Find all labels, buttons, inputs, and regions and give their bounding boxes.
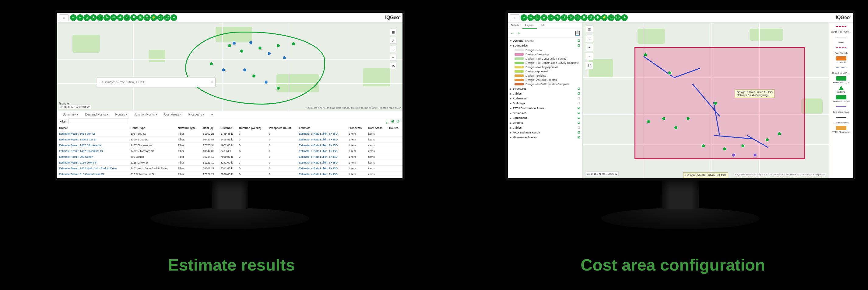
export-icon[interactable]: ⭳ [385,119,389,124]
results-tab-4[interactable]: Cost Areas × [161,112,185,117]
results-tab-3[interactable]: Junction Points × [131,112,160,117]
toolbar-icon-4[interactable]: ○ [97,14,103,21]
results-tab-1[interactable]: Demand Points × [82,112,112,117]
toolbar-icon-13[interactable]: ⛶ [157,14,164,21]
layer-group[interactable]: Boundaries☑ [509,43,581,48]
map-mini-btn-3[interactable]: − [586,53,593,60]
col-header[interactable]: Object [57,125,129,131]
toolbar-icon-12[interactable]: ⚡ [601,14,608,21]
add-tab-icon[interactable]: + [208,112,216,117]
layer-item[interactable]: Design - Pre-Construction Survey [509,57,581,61]
toolbar-icon-0[interactable]: ← [521,14,527,21]
layer-item[interactable]: Design - As-Built Updates [509,78,581,82]
layer-group-collapsed[interactable]: Structures☑ [509,111,581,115]
map-expand-button[interactable]: ⤢ [390,37,396,44]
zoom-to-icon[interactable]: ⊕ [391,119,395,124]
layer-group-collapsed[interactable]: Structures☑ [509,86,581,91]
save-icon[interactable]: 💾 [575,31,580,36]
layer-item[interactable]: Design - As-Built Updates Complete [509,82,581,86]
layer-item[interactable]: Design - Pre-Construction Survey Complet… [509,61,581,65]
toolbar-icon-2[interactable]: ⌂ [534,14,541,21]
layer-group[interactable]: Designs300082☑ [509,38,581,43]
col-header[interactable]: Prospects Count [267,125,297,131]
map-search-box[interactable]: ⌕ Estimate: e-Rate Lufkin, TX ISD × [97,77,216,87]
results-tab-2[interactable]: Routes × [112,112,130,117]
toolbar-icon-2[interactable]: ⌂ [84,14,90,21]
map-layers-button[interactable]: ▦ [390,29,396,35]
toolbar-icon-8[interactable]: < [124,14,130,21]
tab-help[interactable]: Help [537,23,549,29]
layer-group-collapsed[interactable]: Cables☐ [509,125,581,130]
map-mini-btn-2[interactable]: + [586,44,593,51]
table-row[interactable]: Estimate Result: 2115 Lowry St2115 Lowry… [57,160,402,166]
tab-layers[interactable]: Layers [522,23,537,29]
toolbar-icon-4[interactable]: ○ [548,14,554,21]
table-row[interactable]: Estimate Result: 1407 N Medford Dr1407 N… [57,148,402,154]
map-mini-btn-0[interactable]: ◫ [586,26,593,33]
toolbar-icon-5[interactable]: ✎ [103,14,110,21]
tab-details[interactable]: Details [508,23,522,29]
toolbar-icon-14[interactable]: ⓘ [164,14,170,21]
toolbar-icon-8[interactable]: < [574,14,581,21]
col-header[interactable]: Duration (weeks) [237,125,267,131]
layer-item[interactable]: Design - Approved [509,69,581,74]
toolbar-icon-9[interactable]: ⚑ [581,14,588,21]
map-mini-btn-1[interactable]: ⌕ [586,35,593,42]
layer-group-collapsed[interactable]: NRO Estimate Result☑ [509,130,581,135]
toolbar-icon-10[interactable]: ⎘ [588,14,594,21]
map-canvas[interactable]: ▦ ⤢ + − 15 ⌕ Estimate: e-Rate Lufkin, TX… [57,23,402,111]
toolbar-icon-3[interactable]: ★ [90,14,97,21]
map-zoom-in[interactable]: + [390,46,396,52]
col-header[interactable]: Routes [387,125,402,131]
table-row[interactable]: Estimate Result: 613 Culverhouse St613 C… [57,172,402,177]
col-header[interactable]: Distance [219,125,237,131]
layer-item[interactable]: Design - Designing [509,52,581,57]
toolbar-icon-5[interactable]: ✎ [554,14,561,21]
toolbar-icon-15[interactable]: ✦ [621,14,628,21]
layer-item[interactable]: Design - Awaiting Approval [509,65,581,69]
table-row[interactable]: Estimate Result: 1407 Ellis Avenue1407 E… [57,143,402,148]
table-row[interactable]: Estimate Result: 200 Cotton200 CottonFib… [57,154,402,160]
toolbar-icon-9[interactable]: ⚑ [130,14,137,21]
back-icon[interactable]: ← [510,31,515,36]
layer-group-collapsed[interactable]: Cables☑ [509,91,581,96]
toolbar-icon-12[interactable]: ⚡ [150,14,157,21]
layer-group-collapsed[interactable]: Circuits☑ [509,120,581,125]
refresh-icon[interactable]: ⟳ [396,119,400,124]
col-header[interactable]: Route Type [129,125,176,131]
toolbar-icon-1[interactable]: → [77,14,84,21]
search-toggle[interactable]: ⌕ [510,14,519,21]
layer-item[interactable]: Design - Building [509,74,581,78]
table-row[interactable]: Estimate Result: 2402 North John Redditt… [57,166,402,172]
layer-item[interactable]: Design - New [509,48,581,52]
col-header[interactable]: Cost Areas [366,125,387,131]
map-canvas[interactable]: Design: e-Rate Lufkin TX ISDNetwork Buil… [583,23,829,178]
layer-group-collapsed[interactable]: Equipment☑ [509,115,581,120]
add-icon[interactable]: + [518,31,520,36]
toolbar-icon-11[interactable]: ⚙ [594,14,601,21]
toolbar-icon-10[interactable]: ⎘ [137,14,144,21]
results-tab-5[interactable]: Prospects × [185,112,208,117]
toolbar-icon-6[interactable]: ↗ [561,14,567,21]
toolbar-icon-3[interactable]: ★ [541,14,548,21]
toolbar-icon-0[interactable]: ← [70,14,77,21]
col-header[interactable]: Estimate [297,125,347,131]
table-row[interactable]: Estimate Result: 1300 S 1st St1300 S 1st… [57,137,402,143]
table-row[interactable]: Estimate Result: 105 Ferry St105 Ferry S… [57,131,402,137]
clear-search-icon[interactable]: × [211,80,213,84]
cost-area-rectangle[interactable] [634,47,805,159]
toolbar-icon-7[interactable]: ✈ [567,14,574,21]
layer-group-collapsed[interactable]: Buildings☐ [509,101,581,106]
toolbar-icon-15[interactable]: ✦ [170,14,177,21]
col-header[interactable]: Cost ($) [201,125,219,131]
toolbar-icon-14[interactable]: ⓘ [614,14,621,21]
results-tab-0[interactable]: Summary × [60,112,81,117]
col-header[interactable]: Prospects [346,125,366,131]
col-header[interactable]: Network Type [176,125,201,131]
map-zoom-out[interactable]: − [390,54,396,61]
layer-group-collapsed[interactable]: Addresses☐ [509,96,581,101]
filter-input[interactable] [68,118,129,124]
search-toggle[interactable]: ⌕ [59,14,69,21]
layer-group-collapsed[interactable]: Microwave Routes☑ [509,135,581,140]
toolbar-icon-1[interactable]: → [527,14,534,21]
